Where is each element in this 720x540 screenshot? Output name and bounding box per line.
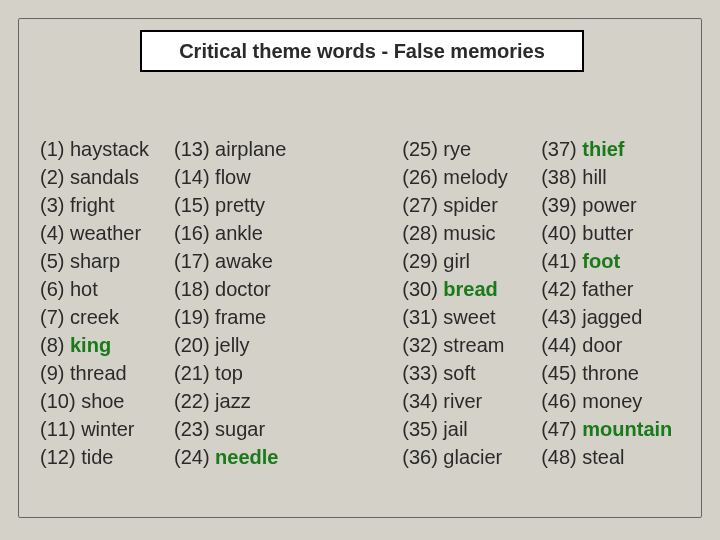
word-text: hill [582,166,606,188]
word-number: (30) [402,278,443,300]
word-row: (6) hot [40,275,174,303]
word-number: (11) [40,418,81,440]
word-row: (21) top [174,359,402,387]
word-text: rye [443,138,471,160]
word-text: pretty [215,194,265,216]
word-text: awake [215,250,273,272]
word-number: (7) [40,306,70,328]
word-row: (45) throne [541,359,690,387]
word-text: thief [582,138,624,160]
word-number: (39) [541,194,582,216]
word-text: winter [81,418,134,440]
word-row: (24) needle [174,443,402,471]
word-row: (31) sweet [402,303,541,331]
word-number: (33) [402,362,443,384]
word-number: (40) [541,222,582,244]
word-text: girl [443,250,470,272]
word-text: power [582,194,636,216]
slide-title: Critical theme words - False memories [179,40,545,63]
word-row: (23) sugar [174,415,402,443]
word-number: (31) [402,306,443,328]
word-text: money [582,390,642,412]
word-number: (1) [40,138,70,160]
word-text: king [70,334,111,356]
word-number: (9) [40,362,70,384]
word-text: hot [70,278,98,300]
word-text: foot [582,250,620,272]
word-number: (42) [541,278,582,300]
word-row: (16) ankle [174,219,402,247]
word-number: (13) [174,138,215,160]
word-text: spider [443,194,497,216]
word-text: sugar [215,418,265,440]
word-row: (8) king [40,331,174,359]
word-row: (14) flow [174,163,402,191]
word-text: melody [443,166,507,188]
word-row: (25) rye [402,135,541,163]
word-text: stream [443,334,504,356]
word-number: (41) [541,250,582,272]
word-row: (9) thread [40,359,174,387]
word-text: jazz [215,390,251,412]
word-row: (10) shoe [40,387,174,415]
word-number: (29) [402,250,443,272]
word-text: needle [215,446,278,468]
word-number: (46) [541,390,582,412]
word-text: ankle [215,222,263,244]
word-number: (10) [40,390,81,412]
word-text: frame [215,306,266,328]
word-number: (18) [174,278,215,300]
word-text: haystack [70,138,149,160]
word-row: (47) mountain [541,415,690,443]
word-row: (13) airplane [174,135,402,163]
word-number: (2) [40,166,70,188]
word-text: shoe [81,390,124,412]
word-row: (32) stream [402,331,541,359]
word-text: doctor [215,278,271,300]
word-row: (48) steal [541,443,690,471]
word-row: (44) door [541,331,690,359]
word-row: (40) butter [541,219,690,247]
word-text: glacier [443,446,502,468]
word-number: (28) [402,222,443,244]
word-number: (36) [402,446,443,468]
word-number: (26) [402,166,443,188]
title-box: Critical theme words - False memories [140,30,584,72]
word-row: (12) tide [40,443,174,471]
word-row: (33) soft [402,359,541,387]
word-text: fright [70,194,114,216]
word-row: (39) power [541,191,690,219]
word-row: (22) jazz [174,387,402,415]
word-row: (17) awake [174,247,402,275]
word-row: (37) thief [541,135,690,163]
word-column-4: (37) thief(38) hill(39) power(40) butter… [541,135,690,471]
word-row: (27) spider [402,191,541,219]
word-text: throne [582,362,639,384]
word-row: (29) girl [402,247,541,275]
word-row: (1) haystack [40,135,174,163]
word-text: father [582,278,633,300]
word-number: (3) [40,194,70,216]
word-text: music [443,222,495,244]
word-row: (20) jelly [174,331,402,359]
word-row: (43) jagged [541,303,690,331]
word-column-2: (13) airplane(14) flow(15) pretty(16) an… [174,135,402,471]
word-row: (36) glacier [402,443,541,471]
word-text: bread [443,278,497,300]
word-number: (15) [174,194,215,216]
word-number: (19) [174,306,215,328]
word-text: flow [215,166,251,188]
word-row: (46) money [541,387,690,415]
word-row: (34) river [402,387,541,415]
word-number: (23) [174,418,215,440]
word-number: (43) [541,306,582,328]
word-text: creek [70,306,119,328]
word-text: door [582,334,622,356]
word-row: (38) hill [541,163,690,191]
word-number: (8) [40,334,70,356]
word-row: (5) sharp [40,247,174,275]
word-number: (5) [40,250,70,272]
word-row: (42) father [541,275,690,303]
word-text: weather [70,222,141,244]
word-row: (18) doctor [174,275,402,303]
